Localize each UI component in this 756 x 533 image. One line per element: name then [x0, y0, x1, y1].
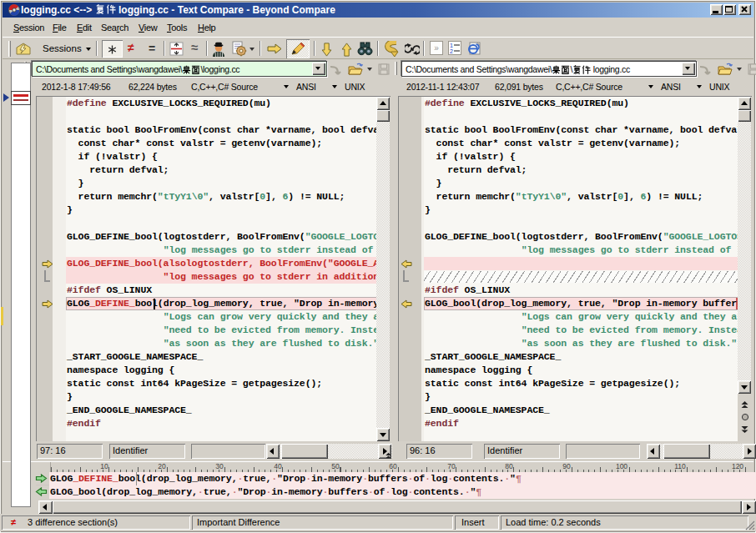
svg-text:2: 2: [450, 48, 453, 54]
svg-text:1: 1: [450, 43, 453, 48]
